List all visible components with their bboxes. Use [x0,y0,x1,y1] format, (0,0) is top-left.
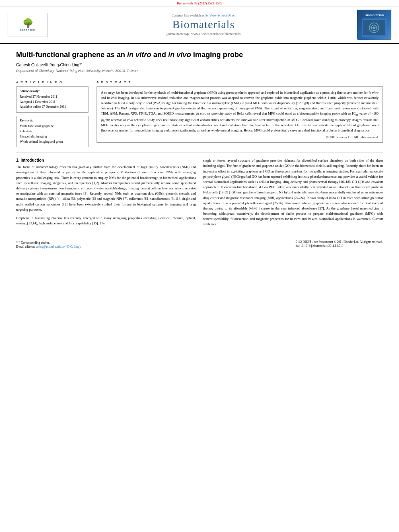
main-content: Multi-functional graphene as an in vitro… [0,44,399,255]
affiliation: Department of Chemistry, National Tsing … [16,69,383,73]
elsevier-logo-section: 🌳 ELSEVIER [6,13,50,37]
available-date: Available online 27 December 2011 [20,105,85,110]
article-info-left: A R T I C L E I N F O Article history: R… [16,80,88,148]
keyword-3: Intracellular imaging [20,134,85,140]
footnotes: * * Corresponding author. E-mail address… [16,240,81,249]
journal-header-center: Contents lists available at SciVerse Sci… [50,14,357,36]
intro-para2: Graphene, a fascinating material has rec… [16,216,196,226]
keywords-box: Keywords: Multi-functional graphene Zebr… [16,116,88,147]
body-col-left: 1. Introduction The focus of nanotechnol… [16,158,196,230]
badge-image [362,18,387,37]
authors: Ganesh Gollavelli, Yong-Chien Ling** [16,62,383,67]
doi-text: doi:10.1016/j.biomaterials.2011.12.010 [296,244,383,248]
article-title: Multi-functional graphene as an in vitro… [16,50,383,60]
issn-text: 0142-9612/$ – see front matter © 2011 El… [296,240,383,244]
tree-icon: 🌳 [23,19,33,28]
sciverse-link: Contents lists available at SciVerse Sci… [54,14,353,17]
journal-badge-section: Biomaterials [357,10,393,40]
badge-title: Biomaterials [364,13,384,18]
divider-1 [16,77,383,77]
email-note: E-mail address: ycling@mx.nthu.edu.tw (Y… [16,244,81,249]
intro-para1: The focus of nanotechnology research has… [16,164,196,212]
page-footer: * * Corresponding author. E-mail address… [16,237,383,249]
abstract-heading: A B S T R A C T [97,80,383,84]
intro-para3: single or fewer layered structure of gra… [203,158,383,227]
abstract-box: A strategy has been developed for the sy… [97,86,383,143]
biomaterials-badge: Biomaterials [357,10,391,40]
article-info-heading: A R T I C L E I N F O [16,80,88,84]
corresponding-marker: * [81,62,82,66]
journal-homepage: journal homepage: www.elsevier.com/locat… [54,32,353,36]
citation-bar: Biomaterials 33 (2012) 2532–2545 [0,0,399,6]
received-date: Received 27 November 2011 [20,94,85,100]
author-names: Ganesh Gollavelli, Yong-Chien Ling* [16,63,81,68]
body-col-right: single or fewer layered structure of gra… [203,158,383,230]
elsevier-wordmark: ELSEVIER [20,29,35,31]
article-history-box: Article history: Received 27 November 20… [16,86,88,113]
corresponding-label: * Corresponding author. [19,241,50,244]
citation-text: Biomaterials 33 (2012) 2532–2545 [177,2,222,5]
keyword-4: Whole-animal imaging and green [20,140,85,145]
badge-illustration [363,20,385,35]
article-info-row: A R T I C L E I N F O Article history: R… [16,80,383,148]
elsevier-logo-box: 🌳 ELSEVIER [8,13,48,37]
abstract-text: A strategy has been developed for the sy… [101,90,378,134]
journal-title: Biomaterials [54,18,353,31]
article-abstract-section: A B S T R A C T A strategy has been deve… [97,80,383,148]
body-columns: 1. Introduction The focus of nanotechnol… [16,158,383,230]
article-history-title: Article history: [20,89,85,93]
intro-title: 1. Introduction [16,158,196,162]
divider-2 [16,152,383,152]
copyright-line: © 2011 Elsevier Ltd. All rights reserved… [101,136,378,139]
accepted-date: Accepted 4 December 2011 [20,100,85,105]
email-value: ycling@mx.nthu.edu.tw (Y.-C. Ling). [36,245,81,249]
corresponding-note: * * Corresponding author. [16,241,81,244]
email-label: E-mail address: [16,245,35,249]
section-heading: Introduction [21,158,44,162]
elsevier-logo: 🌳 ELSEVIER [6,13,50,37]
section-number: 1. [16,158,19,162]
keyword-2: Zebrafish [20,129,85,134]
journal-header: 🌳 ELSEVIER Contents lists available at S… [0,6,399,44]
page-footer-right: 0142-9612/$ – see front matter © 2011 El… [296,240,383,248]
keyword-1: Multi-functional graphene [20,124,85,129]
sciverse-text: SciVerse ScienceDirect [206,14,236,17]
keywords-title: Keywords: [20,119,85,122]
